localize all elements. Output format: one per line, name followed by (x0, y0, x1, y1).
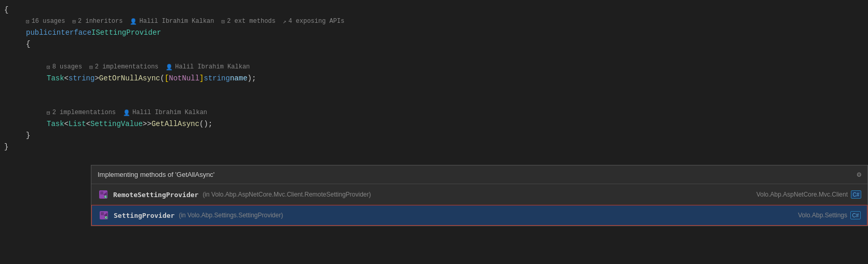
author-icon-interface: 👤 (130, 18, 137, 25)
method1-implementations[interactable]: ⊟ 2 implementations (89, 63, 158, 71)
exposing-apis-icon: ↗ (283, 18, 287, 25)
kw-interface: interface (52, 29, 91, 37)
method1-usages[interactable]: ⊡ 8 usages (47, 63, 82, 71)
brace-open-top: { (4, 6, 8, 14)
annotation-bar-method1: ⊡ 8 usages ⊟ 2 implementations 👤 Halil I… (0, 61, 868, 73)
code-line-close-outer: } (0, 141, 868, 152)
remote-provider-name: RemoteSettingProvider (113, 191, 198, 199)
method2-implementations[interactable]: ⊟ 2 implementations (47, 109, 116, 116)
method2-impl-icon: ⊟ (47, 109, 50, 116)
interface-name: ISettingProvider (91, 29, 161, 37)
exposing-apis-count[interactable]: ↗ 4 exposing APIs (283, 18, 345, 25)
setting-provider-icon: C (98, 210, 110, 221)
method2-code-line: Task<List<SettingValue>> GetAllAsync(); (0, 118, 868, 130)
empty-line-1 (0, 50, 868, 61)
usages-count[interactable]: ⊡ 16 usages (26, 18, 65, 25)
method1-author-icon: 👤 (166, 64, 173, 71)
ext-methods-count[interactable]: ⊡ 2 ext methods (222, 18, 276, 25)
task-type: Task (47, 74, 64, 82)
method1-name: GetOrNullAsync (99, 74, 160, 82)
usages-icon: ⊡ (26, 18, 30, 25)
method1-author[interactable]: 👤 Halil Ibrahim Kalkan (166, 63, 250, 71)
svg-text:C: C (105, 216, 107, 219)
setting-provider-name: SettingProvider (114, 212, 174, 219)
implementations-popup: Implementing methods of 'GetAllAsync' ⚙ … (91, 165, 868, 226)
code-line-open-top: { (0, 4, 868, 16)
author-name-interface[interactable]: 👤 Halil Ibrahim Kalkan (130, 18, 214, 25)
method2-author-icon: 👤 (123, 109, 130, 116)
remote-provider-location: (in Volo.Abp.AspNetCore.Mvc.Client.Remot… (202, 191, 371, 198)
brace-open-interface: { (26, 40, 30, 48)
empty-line-3 (0, 95, 868, 107)
code-line-close-brace: } (0, 130, 868, 141)
method1-code-line: Task<string> GetOrNullAsync([NotNull]str… (0, 73, 868, 84)
inheritors-icon: ⊟ (72, 18, 76, 25)
setting-provider-location: (in Volo.Abp.Settings.SettingProvider) (179, 212, 283, 219)
remote-provider-namespace: Volo.Abp.AspNetCore.Mvc.Client (756, 191, 848, 198)
interface-declaration-line: public interface ISettingProvider (0, 27, 868, 38)
popup-title: Implementing methods of 'GetAllAsync' (98, 171, 214, 178)
empty-line-2 (0, 84, 868, 95)
annotation-bar-interface: ⊡ 16 usages ⊟ 2 inheritors 👤 Halil Ibrah… (0, 16, 868, 27)
code-editor: { ⊡ 16 usages ⊟ 2 inheritors 👤 Halil Ibr… (0, 0, 868, 157)
svg-rect-1 (100, 191, 103, 194)
method1-usages-icon: ⊡ (47, 64, 50, 71)
method2-name: GetAllAsync (152, 120, 199, 128)
code-line-open-brace: { (0, 38, 868, 50)
svg-rect-6 (101, 212, 104, 215)
remote-provider-icon: C (98, 189, 109, 200)
popup-item-remote[interactable]: C RemoteSettingProvider (in Volo.Abp.Asp… (91, 184, 867, 205)
setting-provider-namespace: Volo.Abp.Settings (798, 212, 847, 219)
popup-header: Implementing methods of 'GetAllAsync' ⚙ (91, 165, 867, 184)
annotation-bar-method2: ⊟ 2 implementations 👤 Halil Ibrahim Kalk… (0, 107, 868, 118)
ext-methods-icon: ⊡ (222, 18, 225, 25)
popup-settings-icon[interactable]: ⚙ (857, 170, 861, 179)
popup-item-setting[interactable]: C SettingProvider (in Volo.Abp.Settings.… (91, 205, 867, 226)
method2-author[interactable]: 👤 Halil Ibrahim Kalkan (123, 109, 207, 116)
setting-provider-lang: C# (850, 211, 861, 219)
kw-public: public (26, 29, 52, 37)
method1-impl-icon: ⊟ (89, 64, 93, 71)
remote-provider-lang: C# (851, 190, 861, 199)
svg-text:C: C (105, 196, 106, 199)
inheritors-count[interactable]: ⊟ 2 inheritors (72, 18, 123, 25)
